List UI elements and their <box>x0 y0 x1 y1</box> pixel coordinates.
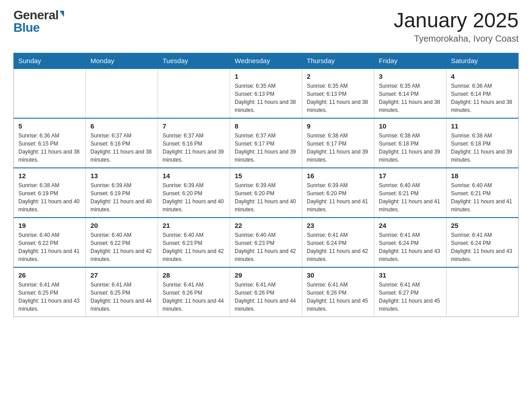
day-number: 19 <box>18 222 81 229</box>
day-info: Sunrise: 6:41 AMSunset: 6:25 PMDaylight:… <box>90 281 153 313</box>
calendar-week-row: 5Sunrise: 6:36 AMSunset: 6:15 PMDaylight… <box>14 118 519 168</box>
calendar-cell: 3Sunrise: 6:35 AMSunset: 6:14 PMDaylight… <box>374 68 446 118</box>
day-number: 23 <box>307 222 369 229</box>
day-info: Sunrise: 6:40 AMSunset: 6:21 PMDaylight:… <box>451 181 514 214</box>
day-info: Sunrise: 6:40 AMSunset: 6:21 PMDaylight:… <box>379 181 442 214</box>
day-info: Sunrise: 6:35 AMSunset: 6:13 PMDaylight:… <box>307 82 369 114</box>
title-block: January 2025 Tyemorokaha, Ivory Coast <box>394 9 519 44</box>
calendar-cell: 7Sunrise: 6:37 AMSunset: 6:16 PMDaylight… <box>158 118 230 168</box>
day-number: 25 <box>451 222 514 229</box>
day-info: Sunrise: 6:41 AMSunset: 6:26 PMDaylight:… <box>163 281 225 313</box>
calendar-cell: 21Sunrise: 6:40 AMSunset: 6:23 PMDayligh… <box>158 218 230 267</box>
day-number: 24 <box>379 222 442 229</box>
calendar-cell: 6Sunrise: 6:37 AMSunset: 6:16 PMDaylight… <box>86 118 158 168</box>
day-number: 27 <box>90 271 153 279</box>
calendar-cell: 22Sunrise: 6:40 AMSunset: 6:23 PMDayligh… <box>230 218 302 267</box>
day-info: Sunrise: 6:40 AMSunset: 6:22 PMDaylight:… <box>18 231 81 263</box>
calendar-cell: 16Sunrise: 6:39 AMSunset: 6:20 PMDayligh… <box>302 168 374 218</box>
day-info: Sunrise: 6:35 AMSunset: 6:13 PMDaylight:… <box>235 82 297 114</box>
calendar-header-sunday: Sunday <box>14 53 86 68</box>
calendar-cell: 14Sunrise: 6:39 AMSunset: 6:20 PMDayligh… <box>158 168 230 218</box>
calendar-cell: 24Sunrise: 6:41 AMSunset: 6:24 PMDayligh… <box>374 218 446 267</box>
day-number: 6 <box>90 122 153 130</box>
day-number: 26 <box>18 271 81 279</box>
day-number: 14 <box>163 172 225 180</box>
calendar-header-saturday: Saturday <box>446 53 519 68</box>
day-number: 4 <box>451 73 514 80</box>
day-info: Sunrise: 6:41 AMSunset: 6:24 PMDaylight:… <box>379 231 442 263</box>
logo-triangle-icon <box>60 11 64 17</box>
day-number: 2 <box>307 73 369 80</box>
calendar-cell: 20Sunrise: 6:40 AMSunset: 6:22 PMDayligh… <box>86 218 158 267</box>
day-info: Sunrise: 6:37 AMSunset: 6:17 PMDaylight:… <box>235 132 297 164</box>
page-subtitle: Tyemorokaha, Ivory Coast <box>394 34 519 44</box>
calendar-cell <box>158 68 230 118</box>
day-info: Sunrise: 6:39 AMSunset: 6:20 PMDaylight:… <box>307 181 369 214</box>
calendar-cell: 15Sunrise: 6:39 AMSunset: 6:20 PMDayligh… <box>230 168 302 218</box>
day-number: 13 <box>90 172 153 180</box>
day-info: Sunrise: 6:39 AMSunset: 6:19 PMDaylight:… <box>90 181 153 214</box>
day-info: Sunrise: 6:41 AMSunset: 6:25 PMDaylight:… <box>18 281 81 313</box>
day-number: 3 <box>379 73 442 80</box>
page-title: January 2025 <box>394 9 519 32</box>
day-number: 5 <box>18 122 81 130</box>
day-info: Sunrise: 6:38 AMSunset: 6:18 PMDaylight:… <box>451 132 514 164</box>
day-number: 18 <box>451 172 514 180</box>
calendar-cell: 10Sunrise: 6:38 AMSunset: 6:18 PMDayligh… <box>374 118 446 168</box>
day-info: Sunrise: 6:41 AMSunset: 6:26 PMDaylight:… <box>307 281 369 313</box>
calendar-cell: 2Sunrise: 6:35 AMSunset: 6:13 PMDaylight… <box>302 68 374 118</box>
day-info: Sunrise: 6:36 AMSunset: 6:15 PMDaylight:… <box>18 132 81 164</box>
calendar-cell: 8Sunrise: 6:37 AMSunset: 6:17 PMDaylight… <box>230 118 302 168</box>
calendar-cell <box>86 68 158 118</box>
page-header: General Blue January 2025 Tyemorokaha, I… <box>13 9 519 44</box>
calendar-cell: 4Sunrise: 6:36 AMSunset: 6:14 PMDaylight… <box>446 68 519 118</box>
calendar-header-monday: Monday <box>86 53 158 68</box>
calendar-table: SundayMondayTuesdayWednesdayThursdayFrid… <box>13 53 519 317</box>
day-info: Sunrise: 6:38 AMSunset: 6:19 PMDaylight:… <box>18 181 81 214</box>
logo-blue-text: Blue <box>13 21 40 34</box>
day-info: Sunrise: 6:37 AMSunset: 6:16 PMDaylight:… <box>90 132 153 164</box>
calendar-cell <box>446 267 519 317</box>
day-info: Sunrise: 6:41 AMSunset: 6:27 PMDaylight:… <box>379 281 442 313</box>
day-number: 30 <box>307 271 369 279</box>
day-info: Sunrise: 6:39 AMSunset: 6:20 PMDaylight:… <box>163 181 225 214</box>
calendar-cell: 27Sunrise: 6:41 AMSunset: 6:25 PMDayligh… <box>86 267 158 317</box>
day-number: 7 <box>163 122 225 130</box>
calendar-cell: 9Sunrise: 6:38 AMSunset: 6:17 PMDaylight… <box>302 118 374 168</box>
day-number: 16 <box>307 172 369 180</box>
calendar-cell: 19Sunrise: 6:40 AMSunset: 6:22 PMDayligh… <box>14 218 86 267</box>
day-info: Sunrise: 6:41 AMSunset: 6:26 PMDaylight:… <box>235 281 297 313</box>
calendar-week-row: 1Sunrise: 6:35 AMSunset: 6:13 PMDaylight… <box>14 68 519 118</box>
calendar-cell: 5Sunrise: 6:36 AMSunset: 6:15 PMDaylight… <box>14 118 86 168</box>
day-number: 29 <box>235 271 297 279</box>
day-info: Sunrise: 6:37 AMSunset: 6:16 PMDaylight:… <box>163 132 225 164</box>
calendar-week-row: 19Sunrise: 6:40 AMSunset: 6:22 PMDayligh… <box>14 218 519 267</box>
calendar-cell: 26Sunrise: 6:41 AMSunset: 6:25 PMDayligh… <box>14 267 86 317</box>
day-number: 22 <box>235 222 297 229</box>
calendar-cell <box>14 68 86 118</box>
day-number: 20 <box>90 222 153 229</box>
day-number: 10 <box>379 122 442 130</box>
logo-general-text: General <box>13 9 59 21</box>
calendar-cell: 28Sunrise: 6:41 AMSunset: 6:26 PMDayligh… <box>158 267 230 317</box>
calendar-cell: 25Sunrise: 6:41 AMSunset: 6:24 PMDayligh… <box>446 218 519 267</box>
day-number: 12 <box>18 172 81 180</box>
day-info: Sunrise: 6:41 AMSunset: 6:24 PMDaylight:… <box>307 231 369 263</box>
day-info: Sunrise: 6:40 AMSunset: 6:22 PMDaylight:… <box>90 231 153 263</box>
day-number: 1 <box>235 73 297 80</box>
calendar-cell: 30Sunrise: 6:41 AMSunset: 6:26 PMDayligh… <box>302 267 374 317</box>
calendar-cell: 29Sunrise: 6:41 AMSunset: 6:26 PMDayligh… <box>230 267 302 317</box>
calendar-week-row: 12Sunrise: 6:38 AMSunset: 6:19 PMDayligh… <box>14 168 519 218</box>
day-number: 11 <box>451 122 514 130</box>
day-number: 21 <box>163 222 225 229</box>
day-number: 9 <box>307 122 369 130</box>
calendar-header-wednesday: Wednesday <box>230 53 302 68</box>
calendar-header-thursday: Thursday <box>302 53 374 68</box>
calendar-cell: 23Sunrise: 6:41 AMSunset: 6:24 PMDayligh… <box>302 218 374 267</box>
calendar-cell: 17Sunrise: 6:40 AMSunset: 6:21 PMDayligh… <box>374 168 446 218</box>
calendar-cell: 1Sunrise: 6:35 AMSunset: 6:13 PMDaylight… <box>230 68 302 118</box>
day-info: Sunrise: 6:38 AMSunset: 6:17 PMDaylight:… <box>307 132 369 164</box>
calendar-cell: 11Sunrise: 6:38 AMSunset: 6:18 PMDayligh… <box>446 118 519 168</box>
calendar-header-friday: Friday <box>374 53 446 68</box>
day-number: 8 <box>235 122 297 130</box>
